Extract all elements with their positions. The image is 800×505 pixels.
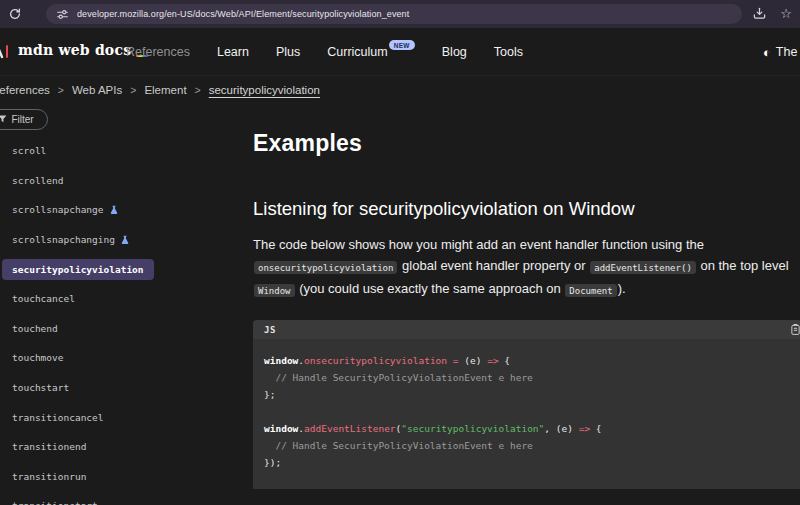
- code-token: , (: [544, 423, 561, 434]
- sidebar-item-label: securitypolicyviolation: [2, 259, 154, 280]
- code-line: // Handle SecurityPolicyViolationEvent e…: [264, 437, 789, 454]
- sidebar-item-label: transitioncancel: [12, 412, 104, 423]
- sidebar-item-label: scroll: [12, 145, 46, 156]
- mdn-logo-mark-icon: [0, 41, 13, 59]
- experimental-flask-icon: [120, 235, 130, 245]
- bookmark-star-icon[interactable]: ☆: [780, 6, 792, 21]
- code-block: JS window.onsecuritypolicyviolation = (e…: [253, 320, 800, 489]
- sidebar-item-label: scrollend: [12, 175, 63, 186]
- sidebar-item-label: touchstart: [12, 382, 69, 393]
- article-content: Examples Listening for securitypolicyvio…: [253, 103, 800, 505]
- sidebar-item-touchend[interactable]: touchend: [0, 314, 240, 344]
- code-token: ): [567, 423, 578, 434]
- sidebar-item-scrollsnapchanging[interactable]: scrollsnapchanging: [0, 225, 240, 255]
- code-token: });: [264, 457, 281, 468]
- nav-item-tools[interactable]: Tools: [494, 45, 523, 59]
- paragraph-line: onsecuritypolicyviolation global event h…: [253, 255, 800, 278]
- sidebar-item-scrollend[interactable]: scrollend: [0, 166, 240, 196]
- code-line: window.onsecuritypolicyviolation = (e) =…: [264, 352, 789, 369]
- sidebar-item-transitionrun[interactable]: transitionrun: [0, 462, 240, 492]
- sidebar-item-label: transitionend: [12, 441, 86, 452]
- site-header: mdn web docs ReferencesLearnPlusCurricul…: [0, 28, 800, 76]
- breadcrumb-link[interactable]: securitypolicyviolation: [209, 84, 320, 96]
- breadcrumb-link[interactable]: Element: [144, 84, 186, 96]
- text-run: (you could use exactly the same approach…: [296, 281, 565, 296]
- nav-item-learn[interactable]: Learn: [217, 45, 249, 59]
- experimental-flask-icon: [109, 205, 119, 215]
- breadcrumb-separator: >: [58, 84, 64, 96]
- nav-item-label: References: [126, 45, 190, 59]
- sidebar-list: scrollscrollendscrollsnapchangescrollsna…: [0, 136, 240, 505]
- nav-item-label: Curriculum: [327, 45, 387, 59]
- sidebar-item-label: scrollsnapchange: [12, 204, 104, 215]
- nav-item-curriculum[interactable]: CurriculumNEW: [327, 45, 415, 59]
- site-settings-icon[interactable]: [56, 8, 69, 21]
- code-token: {: [590, 423, 601, 434]
- chrome-actions: ☆: [752, 6, 792, 21]
- code-token: =>: [487, 355, 498, 366]
- code-block-header: JS: [253, 320, 800, 339]
- breadcrumb-link[interactable]: Web APIs: [72, 84, 122, 96]
- sidebar-item-scrollsnapchange[interactable]: scrollsnapchange: [0, 195, 240, 225]
- sidebar-item-transitionend[interactable]: transitionend: [0, 432, 240, 462]
- breadcrumb-link[interactable]: References: [0, 84, 50, 96]
- nav-item-label: Tools: [494, 45, 523, 59]
- sidebar-item-label: touchend: [12, 323, 58, 334]
- code-token: "securitypolicyviolation": [401, 423, 544, 434]
- sidebar-item-touchmove[interactable]: touchmove: [0, 343, 240, 373]
- reload-icon[interactable]: [8, 7, 22, 21]
- code-token: {: [499, 355, 510, 366]
- filter-button[interactable]: Filter: [0, 109, 48, 130]
- paragraph-line: The code below shows how you might add a…: [253, 234, 800, 255]
- code-line: [264, 403, 789, 420]
- sidebar-item-label: touchmove: [12, 352, 63, 363]
- new-badge: NEW: [389, 40, 415, 50]
- inline-code: addEventListener(): [590, 261, 696, 274]
- code-token: window: [264, 355, 298, 366]
- breadcrumb: References>Web APIs>Element>securitypoli…: [0, 77, 320, 103]
- text-run: The code below shows how you might add a…: [253, 237, 704, 252]
- code-token: (: [459, 355, 470, 366]
- breadcrumb-separator: >: [195, 84, 201, 96]
- sidebar-item-securitypolicyviolation[interactable]: securitypolicyviolation: [0, 254, 240, 284]
- inline-code: Document: [565, 284, 616, 297]
- text-run: ).: [618, 281, 626, 296]
- sidebar-item-touchcancel[interactable]: touchcancel: [0, 284, 240, 314]
- code-token: onsecuritypolicyviolation: [304, 355, 447, 366]
- url-text[interactable]: developer.mozilla.org/en-US/docs/Web/API…: [77, 9, 409, 19]
- sidebar-item-transitionstart[interactable]: transitionstart: [0, 491, 240, 505]
- sidebar-item-scroll[interactable]: scroll: [0, 136, 240, 166]
- breadcrumb-separator: >: [130, 84, 136, 96]
- subsection-heading: Listening for securitypolicyviolation on…: [253, 198, 635, 220]
- main-nav: ReferencesLearnPlusCurriculumNEWBlogTool…: [126, 28, 523, 76]
- inline-code: onsecuritypolicyviolation: [254, 261, 397, 274]
- paragraph-line: Window (you could use exactly the same a…: [253, 278, 800, 301]
- save-share-icon[interactable]: [752, 6, 767, 21]
- section-heading: Examples: [253, 130, 362, 157]
- code-body[interactable]: window.onsecuritypolicyviolation = (e) =…: [253, 339, 800, 489]
- inline-code: Window: [254, 284, 295, 297]
- address-bar[interactable]: developer.mozilla.org/en-US/docs/Web/API…: [46, 4, 742, 24]
- code-token: =>: [579, 423, 590, 434]
- code-language-label: JS: [264, 325, 276, 335]
- nav-item-label: Learn: [217, 45, 249, 59]
- nav-item-plus[interactable]: Plus: [276, 45, 300, 59]
- copy-code-icon[interactable]: [789, 323, 800, 336]
- theme-icon: ◐: [763, 45, 771, 60]
- theme-label: The: [776, 45, 798, 59]
- sidebar-item-touchstart[interactable]: touchstart: [0, 373, 240, 403]
- code-token: // Handle SecurityPolicyViolationEvent e…: [264, 372, 533, 383]
- code-line: // Handle SecurityPolicyViolationEvent e…: [264, 369, 789, 386]
- sidebar-item-label: touchcancel: [12, 293, 75, 304]
- filter-funnel-icon: [0, 115, 7, 124]
- nav-item-references[interactable]: References: [126, 45, 190, 59]
- code-line: });: [264, 454, 789, 471]
- nav-item-label: Blog: [442, 45, 467, 59]
- browser-window: developer.mozilla.org/en-US/docs/Web/API…: [0, 0, 800, 505]
- filter-label: Filter: [11, 114, 33, 125]
- sidebar-item-transitioncancel[interactable]: transitioncancel: [0, 402, 240, 432]
- code-line: };: [264, 386, 789, 403]
- theme-toggle[interactable]: ◐ The: [763, 28, 797, 76]
- text-run: global event handler property or: [398, 258, 589, 273]
- nav-item-blog[interactable]: Blog: [442, 45, 467, 59]
